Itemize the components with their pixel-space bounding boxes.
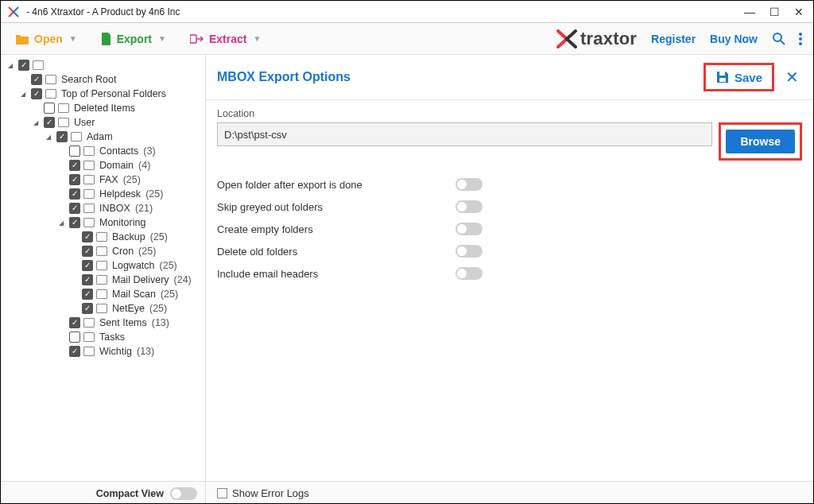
svg-point-1 — [773, 33, 781, 41]
checkbox[interactable]: ✓ — [82, 303, 93, 314]
trash-icon — [58, 103, 69, 113]
expand-icon[interactable]: ◢ — [18, 91, 28, 98]
tree-row[interactable]: ◢✓User — [29, 115, 205, 130]
export-option-label: Open folder after export is done — [217, 179, 455, 191]
file-export-icon — [101, 33, 112, 45]
toolbar: Open ▼ Export ▼ Extract ▼ traxtor Regist… — [1, 23, 813, 55]
tree-label: NetEye — [112, 303, 145, 314]
checkbox[interactable]: ✓ — [69, 346, 80, 357]
export-option-label: Skip greyed out folders — [217, 201, 455, 213]
checkbox[interactable]: ✓ — [69, 160, 80, 171]
tree-count: (25) — [150, 231, 168, 242]
tree-label: FAX — [99, 174, 118, 185]
tree-row[interactable]: ◢✓Top of Personal Folders — [17, 87, 205, 101]
checkbox[interactable]: ✓ — [56, 131, 68, 142]
checkbox[interactable]: ✓ — [69, 188, 80, 200]
folder-icon — [45, 75, 56, 84]
tree-row[interactable]: ✓Mail Scan (25) — [68, 287, 205, 301]
tree-count: (25) — [160, 260, 177, 271]
brand-text: traxtor — [580, 29, 637, 49]
checkbox[interactable]: ✓ — [69, 203, 80, 214]
export-option-row: Create empty folders — [217, 218, 802, 240]
tree-label: Mail Scan — [112, 289, 156, 300]
export-button[interactable]: Export ▼ — [95, 29, 172, 48]
export-option-toggle[interactable] — [455, 223, 483, 235]
checkbox[interactable]: ✓ — [82, 274, 93, 285]
folder-icon — [83, 347, 95, 356]
checkbox[interactable]: ✓ — [18, 60, 29, 71]
checkbox[interactable]: ✓ — [44, 117, 55, 128]
tree-row[interactable]: ✓Logwatch (25) — [68, 258, 205, 273]
tree-row[interactable]: ✓Deleted Items — [29, 101, 205, 115]
tree-row[interactable]: ◢✓Adam — [42, 130, 205, 144]
checkbox[interactable]: ✓ — [31, 88, 42, 99]
folder-icon — [96, 246, 107, 256]
mail-icon — [83, 204, 95, 213]
folder-icon — [96, 289, 107, 299]
expand-icon[interactable]: ◢ — [31, 119, 41, 126]
export-option-label: Create empty folders — [217, 223, 455, 235]
tree-row[interactable]: ✓Helpdesk (25) — [55, 187, 205, 201]
checkbox[interactable]: ✓ — [82, 289, 93, 300]
register-link[interactable]: Register — [651, 33, 696, 45]
folder-icon — [71, 132, 82, 142]
tree-row[interactable]: ✓FAX (25) — [55, 173, 205, 187]
checkbox[interactable]: ✓ — [82, 246, 93, 257]
checkbox[interactable]: ✓ — [69, 331, 80, 343]
expand-icon[interactable]: ◢ — [44, 134, 53, 141]
checkbox[interactable]: ✓ — [82, 260, 93, 271]
export-option-toggle[interactable] — [455, 267, 483, 280]
export-option-toggle[interactable] — [455, 200, 483, 213]
tree-row[interactable]: ✓Backup (25) — [68, 230, 205, 244]
tree-row[interactable]: ◢✓Monitoring — [55, 215, 205, 230]
tree-row[interactable]: ✓Cron (25) — [68, 244, 205, 258]
expand-icon[interactable]: ◢ — [56, 219, 66, 227]
checkbox[interactable]: ✓ — [69, 145, 80, 157]
checkbox[interactable]: ✓ — [69, 317, 80, 328]
tree-row[interactable]: ✓Mail Delivery (24) — [68, 273, 205, 287]
browse-button[interactable]: Browse — [726, 130, 795, 153]
export-option-label: Include email headers — [217, 268, 455, 280]
minimize-button[interactable]: — — [744, 6, 755, 17]
tree-row[interactable]: ✓NetEye (25) — [68, 301, 205, 316]
location-input[interactable] — [217, 122, 712, 146]
export-option-toggle[interactable] — [455, 245, 483, 258]
menu-dots-icon[interactable] — [796, 29, 805, 48]
tree-row[interactable]: ✓INBOX (21) — [55, 201, 205, 215]
close-panel-button[interactable]: ✕ — [782, 68, 802, 87]
tree-row[interactable]: ✓Tasks — [55, 330, 205, 344]
extract-button[interactable]: Extract ▼ — [184, 29, 267, 48]
tree-row[interactable]: ✓Wichtig (13) — [55, 344, 205, 359]
chevron-down-icon: ▼ — [158, 34, 166, 43]
save-label: Save — [735, 71, 762, 84]
open-button[interactable]: Open ▼ — [9, 29, 83, 48]
tree-row[interactable]: ◢✓ — [4, 58, 205, 72]
tree-row[interactable]: ✓Contacts (3) — [55, 144, 205, 158]
checkbox[interactable]: ✓ — [44, 103, 55, 114]
show-error-logs-checkbox[interactable] — [217, 488, 227, 498]
checkbox[interactable]: ✓ — [31, 74, 42, 85]
task-icon — [83, 332, 95, 342]
export-option-toggle[interactable] — [455, 178, 483, 191]
expand-icon[interactable]: ◢ — [6, 62, 15, 69]
checkbox[interactable]: ✓ — [69, 217, 80, 228]
tree-row[interactable]: ✓Domain (4) — [55, 158, 205, 173]
maximize-button[interactable]: ☐ — [769, 6, 780, 17]
export-option-row: Skip greyed out folders — [217, 196, 802, 218]
tree-count: (25) — [123, 174, 141, 185]
folder-icon — [83, 189, 95, 199]
checkbox[interactable]: ✓ — [82, 231, 93, 242]
tree-row[interactable]: ✓Search Root — [17, 72, 205, 87]
save-button[interactable]: Save — [707, 67, 770, 87]
checkbox[interactable]: ✓ — [69, 174, 80, 185]
close-window-button[interactable]: ✕ — [794, 6, 804, 17]
tree-row[interactable]: ✓Sent Items (13) — [55, 316, 205, 330]
compact-view-toggle[interactable] — [170, 487, 197, 500]
export-option-row: Include email headers — [217, 262, 802, 285]
chevron-down-icon: ▼ — [69, 34, 77, 43]
chevron-down-icon: ▼ — [253, 34, 261, 43]
search-icon[interactable] — [772, 32, 786, 46]
tree-count: (25) — [161, 289, 178, 300]
buy-now-link[interactable]: Buy Now — [710, 33, 758, 45]
show-error-logs-label: Show Error Logs — [232, 487, 309, 499]
